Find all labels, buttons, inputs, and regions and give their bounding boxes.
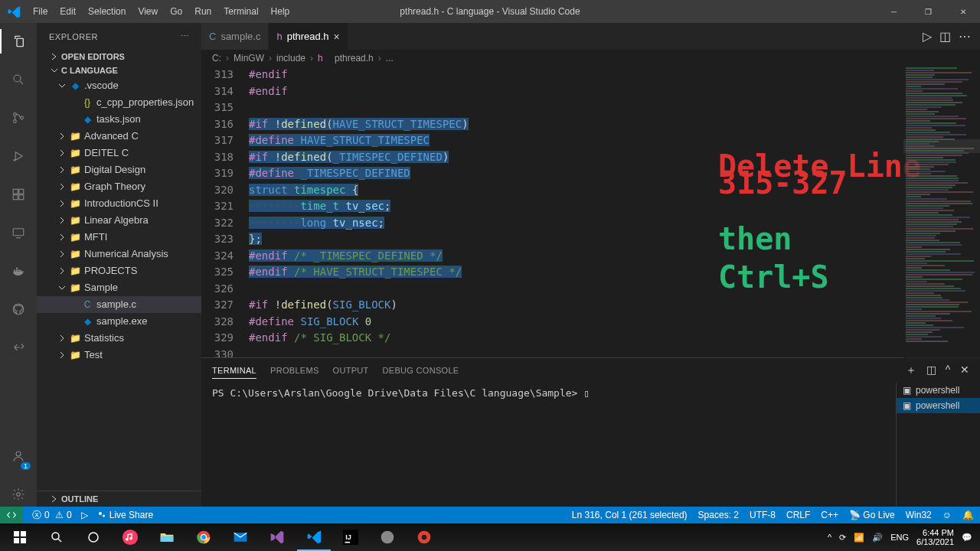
itunes-icon[interactable] — [113, 523, 147, 551]
minimize-button[interactable]: ─ — [877, 0, 911, 23]
close-tab-icon[interactable]: × — [334, 31, 340, 43]
menu-file[interactable]: File — [27, 6, 54, 17]
tree-item[interactable]: 📁Sample — [37, 279, 201, 296]
menu-edit[interactable]: Edit — [54, 6, 82, 17]
project-section[interactable]: C LANGUAGE — [37, 64, 201, 77]
terminal-item[interactable]: ▣powershell — [897, 398, 980, 413]
open-editors-section[interactable]: OPEN EDITORS — [37, 50, 201, 64]
code-area[interactable]: 3133143153163173183193203213223233243253… — [201, 67, 980, 357]
tab-more-icon[interactable]: ⋯ — [959, 29, 971, 44]
tree-item[interactable]: 📁IntroductionCS II — [37, 195, 201, 212]
search-taskbar-icon[interactable] — [40, 523, 74, 551]
explorer-more-icon[interactable]: ⋯ — [181, 31, 190, 41]
tree-item[interactable]: 📁Numerical Analysis — [37, 246, 201, 262]
github-icon[interactable] — [0, 297, 37, 321]
cursor-position[interactable]: Ln 316, Col 1 (261 selected) — [572, 510, 688, 520]
remote-explorer-icon[interactable] — [0, 220, 37, 245]
outline-section[interactable]: OUTLINE — [37, 491, 201, 507]
tree-item[interactable]: 📁PROJECTS — [37, 262, 201, 279]
panel-tab-problems[interactable]: PROBLEMS — [270, 363, 319, 378]
breadcrumb[interactable]: C:› MinGW› include› h pthread.h› ... — [201, 50, 980, 67]
search-icon[interactable] — [0, 67, 37, 92]
mail-icon[interactable] — [224, 523, 257, 551]
explorer-icon[interactable] — [0, 29, 37, 54]
accounts-icon[interactable]: 1 — [0, 444, 37, 468]
encoding[interactable]: UTF-8 — [750, 510, 776, 520]
terminal-list: ▣powershell ▣powershell — [896, 383, 980, 507]
settings-gear-icon[interactable] — [0, 482, 37, 507]
tray-chevron-icon[interactable]: ^ — [828, 533, 831, 542]
run-debug-icon[interactable] — [0, 144, 37, 168]
file-explorer-icon[interactable] — [150, 523, 184, 551]
maximize-panel-icon[interactable]: ^ — [946, 364, 951, 377]
tree-item[interactable]: ◆tasks.json — [37, 111, 201, 128]
source-control-icon[interactable] — [0, 106, 37, 130]
language-mode[interactable]: C++ — [821, 510, 838, 520]
tree-item[interactable]: 📁DEITEL C — [37, 145, 201, 161]
live-share-icon[interactable] — [0, 335, 37, 360]
run-status[interactable]: ▷ — [81, 510, 88, 520]
run-play-icon[interactable]: ▷ — [923, 29, 932, 44]
svg-rect-20 — [21, 531, 26, 536]
tree-item[interactable]: {}c_cpp_properties.json — [37, 94, 201, 111]
visual-studio-icon[interactable] — [260, 523, 294, 551]
editor-tab[interactable]: hpthread.h× — [269, 23, 348, 50]
tray-network-icon[interactable]: 📶 — [854, 533, 864, 543]
tray-language[interactable]: ENG — [890, 533, 909, 542]
tree-item[interactable]: 📁Digital Design — [37, 161, 201, 178]
notifications-icon[interactable]: 🔔 — [962, 510, 974, 520]
app-icon[interactable] — [371, 523, 404, 551]
remote-indicator[interactable] — [0, 507, 23, 523]
tree-item[interactable]: 📁Linear Algebra — [37, 212, 201, 229]
menu-run[interactable]: Run — [188, 6, 217, 17]
svg-point-15 — [16, 452, 21, 456]
tree-item[interactable]: 📁Statistics — [37, 330, 201, 347]
notifications-taskbar-icon[interactable]: 💬 — [962, 533, 972, 543]
panel-tab-output[interactable]: OUTPUT — [333, 363, 369, 378]
platform[interactable]: Win32 — [906, 510, 932, 520]
split-editor-icon[interactable]: ◫ — [939, 29, 951, 44]
feedback-icon[interactable]: ☺ — [942, 510, 952, 520]
minimap[interactable] — [903, 67, 980, 365]
docker-icon[interactable] — [0, 259, 37, 283]
menu-go[interactable]: Go — [164, 6, 188, 17]
menu-terminal[interactable]: Terminal — [217, 6, 264, 17]
go-live[interactable]: 📡 Go Live — [849, 510, 895, 520]
menu-help[interactable]: Help — [265, 6, 296, 17]
terminal-item[interactable]: ▣powershell — [897, 383, 980, 398]
live-share[interactable]: Live Share — [97, 510, 153, 520]
menu-view[interactable]: View — [132, 6, 164, 17]
split-terminal-icon[interactable]: ◫ — [926, 364, 936, 377]
svg-rect-19 — [14, 531, 19, 536]
new-terminal-icon[interactable]: ＋ — [906, 364, 916, 377]
editor-tab[interactable]: Csample.c — [201, 23, 269, 50]
indentation[interactable]: Spaces: 2 — [698, 510, 739, 520]
tree-item[interactable]: 📁Graph Theory — [37, 178, 201, 195]
panel-tab-debug[interactable]: DEBUG CONSOLE — [383, 363, 459, 378]
tree-item[interactable]: Csample.c — [37, 296, 201, 313]
terminal-output[interactable]: PS C:\Users\Arslan\Google Drive\Data Fil… — [201, 383, 896, 507]
tree-item[interactable]: 📁Test — [37, 347, 201, 364]
tree-item[interactable]: ◆.vscode — [37, 77, 201, 94]
cortana-icon[interactable] — [77, 523, 110, 551]
extensions-icon[interactable] — [0, 182, 37, 207]
vscode-taskbar-icon[interactable] — [297, 523, 331, 551]
intellij-icon[interactable]: IJ — [334, 523, 368, 551]
clock[interactable]: 6:44 PM 6/13/2021 — [916, 528, 954, 546]
errors-warnings[interactable]: ⓧ 0 ⚠ 0 — [32, 509, 72, 522]
tray-volume-icon[interactable]: 🔊 — [872, 533, 883, 543]
tree-item[interactable]: 📁Advanced C — [37, 128, 201, 145]
maximize-button[interactable]: ❐ — [911, 0, 946, 23]
start-button[interactable] — [3, 523, 37, 551]
chrome-icon[interactable] — [187, 523, 220, 551]
tree-item[interactable]: ◆sample.exe — [37, 313, 201, 330]
menu-selection[interactable]: Selection — [82, 6, 132, 17]
close-panel-icon[interactable]: ✕ — [960, 364, 969, 377]
eol[interactable]: CRLF — [786, 510, 810, 520]
svg-rect-8 — [19, 189, 24, 194]
close-button[interactable]: ✕ — [946, 0, 980, 23]
panel-tab-terminal[interactable]: TERMINAL — [212, 363, 256, 379]
app-icon[interactable] — [407, 523, 441, 551]
tree-item[interactable]: 📁MFTI — [37, 229, 201, 246]
tray-sync-icon[interactable]: ⟳ — [839, 533, 846, 543]
